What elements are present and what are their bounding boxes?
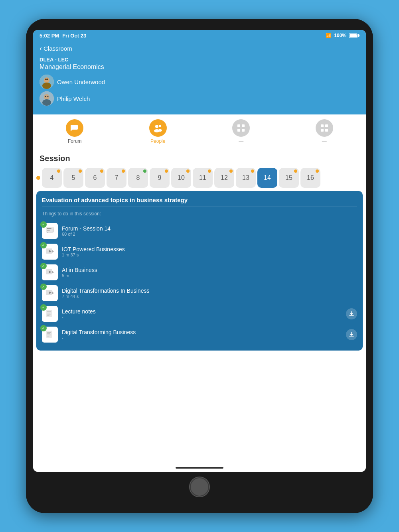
check-badge-1: ✓: [40, 221, 47, 228]
download-btn-lecture[interactable]: [346, 308, 357, 319]
svg-point-1: [44, 77, 49, 83]
session-num-5[interactable]: 5: [63, 168, 83, 188]
course-code: DLEA - LEC: [40, 57, 359, 63]
digital-biz-icon: ✓: [42, 327, 58, 343]
check-badge-6: ✓: [40, 325, 47, 331]
tab-grid1[interactable]: —: [200, 118, 283, 146]
svg-rect-37: [47, 314, 51, 315]
svg-point-6: [44, 94, 49, 100]
grid1-icon-circle: [232, 119, 250, 137]
home-button[interactable]: [189, 477, 210, 497]
status-time: 5:02 PM: [40, 33, 59, 39]
main-content: Session 4 5 6 7 8 9 10 11 12 13 14 15 16…: [33, 149, 366, 464]
forum-item-title: Forum - Session 14: [62, 225, 357, 232]
tab-grid1-label: —: [239, 138, 243, 144]
session-item-ai[interactable]: ✓ AI in Business 5 m: [42, 262, 357, 283]
lecture-notes-subtitle: -: [62, 315, 342, 319]
svg-rect-40: [47, 332, 51, 333]
back-nav[interactable]: ‹ Classroom: [40, 44, 359, 53]
session-num-7[interactable]: 7: [107, 168, 126, 188]
session-num-12[interactable]: 12: [214, 168, 234, 188]
digital-biz-text: Digital Transforming Business -: [62, 329, 342, 340]
svg-point-8: [45, 96, 46, 97]
instructor-row-2: Philip Welch: [40, 91, 359, 106]
digital-trans-icon: ✓: [42, 285, 58, 301]
session-num-15[interactable]: 15: [279, 168, 299, 188]
avatar-philip: [40, 91, 54, 106]
svg-rect-18: [321, 124, 324, 127]
session-item-digital-biz[interactable]: ✓ Digital Transforming Business -: [42, 324, 357, 345]
session-left-dot: [36, 176, 40, 180]
ai-item-subtitle: 5 m: [62, 273, 357, 278]
session-num-14[interactable]: 14: [257, 168, 277, 188]
svg-rect-14: [237, 124, 240, 127]
svg-point-9: [47, 96, 49, 97]
instructor-name-2: Philip Welch: [57, 95, 90, 102]
instructor-row-1: Owen Underwood: [40, 75, 359, 89]
svg-rect-41: [47, 333, 50, 334]
tab-grid2[interactable]: —: [283, 118, 366, 146]
back-chevron-icon: ‹: [40, 44, 42, 53]
status-date: Fri Oct 23: [62, 33, 86, 39]
session-num-9[interactable]: 9: [150, 168, 170, 188]
session-item-forum[interactable]: ✓ Forum - Session 14 60 of 2: [42, 221, 357, 241]
status-bar: 5:02 PM Fri Oct 23 📶 100%: [33, 30, 366, 41]
home-indicator-bar: [33, 464, 366, 472]
ai-item-icon: ✓: [42, 264, 58, 280]
svg-rect-24: [47, 230, 50, 231]
header: ‹ Classroom DLEA - LEC Managerial Econom…: [33, 41, 366, 114]
svg-point-7: [42, 99, 51, 106]
digital-trans-text: Digital Transformations In Business 7 m …: [62, 288, 357, 299]
session-item-lecture-notes[interactable]: ✓ Lecture notes -: [42, 303, 357, 324]
session-num-16[interactable]: 16: [300, 168, 320, 188]
back-label: Classroom: [43, 45, 72, 52]
check-badge-5: ✓: [40, 304, 47, 311]
svg-marker-33: [52, 291, 54, 294]
svg-rect-39: [46, 331, 52, 338]
ai-item-title: AI in Business: [62, 267, 357, 273]
session-panel: Evaluation of advanced topics in busines…: [36, 191, 363, 351]
svg-rect-23: [47, 228, 51, 229]
forum-item-subtitle: 60 of 2: [62, 232, 357, 236]
tab-forum[interactable]: Forum: [33, 118, 117, 146]
tab-forum-label: Forum: [68, 138, 82, 144]
tab-bar: Forum People: [33, 114, 366, 149]
svg-point-10: [155, 125, 158, 128]
forum-item-text: Forum - Session 14 60 of 2: [62, 225, 357, 236]
instructor-name-1: Owen Underwood: [57, 79, 105, 85]
avatar-owen: [40, 75, 54, 89]
session-num-6[interactable]: 6: [85, 168, 105, 188]
lecture-notes-title: Lecture notes: [62, 308, 342, 315]
svg-rect-17: [242, 129, 245, 132]
session-num-10[interactable]: 10: [171, 168, 191, 188]
tablet-screen: 5:02 PM Fri Oct 23 📶 100% ‹ Classroom DL…: [33, 30, 366, 472]
session-num-4[interactable]: 4: [42, 168, 62, 188]
svg-point-2: [42, 83, 51, 89]
forum-icon-circle: [66, 119, 83, 137]
digital-biz-subtitle: -: [62, 335, 342, 340]
tab-people[interactable]: People: [117, 118, 200, 146]
digital-trans-subtitle: 7 m 44 s: [62, 294, 357, 299]
svg-rect-34: [46, 310, 52, 317]
svg-rect-43: [47, 336, 49, 337]
iot-item-text: IOT Powered Businesses 1 m 37 s: [62, 246, 357, 257]
session-num-13[interactable]: 13: [236, 168, 256, 188]
svg-rect-38: [47, 315, 49, 316]
home-button-inner: [191, 478, 208, 496]
svg-rect-35: [47, 311, 51, 312]
svg-rect-36: [47, 313, 50, 313]
tablet-frame: 5:02 PM Fri Oct 23 📶 100% ‹ Classroom DL…: [26, 19, 373, 513]
session-item-iot[interactable]: ✓ IOT Powered Businesses 1 m 37 s: [42, 241, 357, 262]
lecture-notes-icon: ✓: [42, 306, 58, 322]
svg-point-3: [45, 79, 47, 80]
lecture-notes-text: Lecture notes -: [62, 308, 342, 319]
session-num-11[interactable]: 11: [193, 168, 213, 188]
check-badge-4: ✓: [40, 284, 47, 290]
digital-trans-title: Digital Transformations In Business: [62, 288, 357, 294]
svg-rect-19: [325, 124, 328, 127]
download-btn-digital-biz[interactable]: [346, 329, 357, 340]
iot-item-subtitle: 1 m 37 s: [62, 252, 357, 257]
tab-people-label: People: [150, 138, 165, 144]
session-item-digital-trans[interactable]: ✓ Digital Transformations In Business 7 …: [42, 283, 357, 303]
session-num-8[interactable]: 8: [128, 168, 148, 188]
